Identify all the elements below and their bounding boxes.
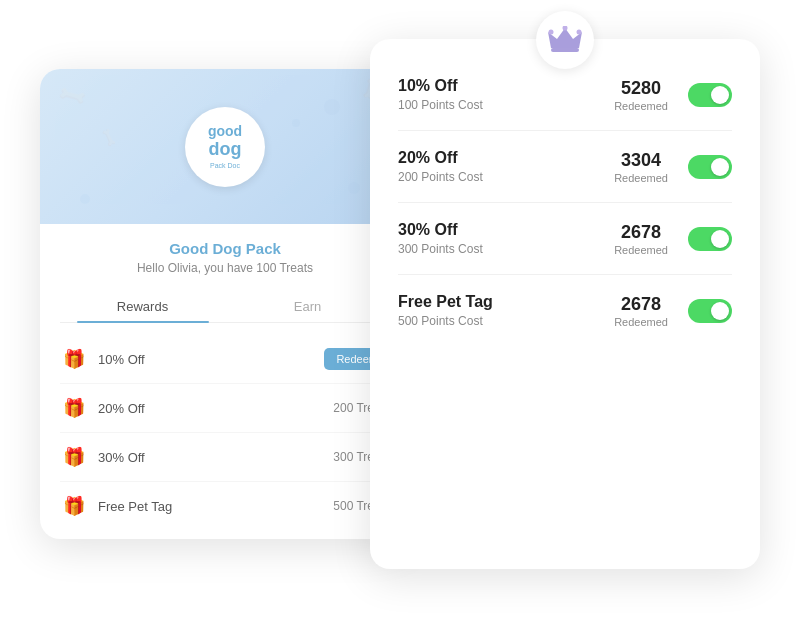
logo-circle: good dog Pack Doc <box>185 107 265 187</box>
scene: 🦴 🦴 🦴 good dog Pack Doc Good Dog Pack He… <box>40 39 760 599</box>
card-header: 🦴 🦴 🦴 good dog Pack Doc <box>40 69 410 224</box>
svg-point-1 <box>549 30 554 35</box>
gift-icon: 🎁 <box>60 492 88 520</box>
reward-title: Free Pet Tag <box>398 293 614 311</box>
card-body: Good Dog Pack Hello Olivia, you have 100… <box>40 224 410 539</box>
reward-title: 20% Off <box>398 149 614 167</box>
reward-title: 10% Off <box>398 77 614 95</box>
logo-tagline: Pack Doc <box>210 162 240 169</box>
toggle-switch[interactable] <box>688 155 732 179</box>
card-tabs: Rewards Earn <box>60 291 390 323</box>
reward-list: 🎁 10% Off Redeem 🎁 20% Off 200 Treats 🎁 … <box>60 335 390 530</box>
list-item: 🎁 20% Off 200 Treats <box>60 384 390 433</box>
reward-title: 30% Off <box>398 221 614 239</box>
reward-name: 10% Off <box>98 352 324 367</box>
svg-rect-0 <box>551 48 579 52</box>
tab-earn[interactable]: Earn <box>225 291 390 322</box>
count-num: 2678 <box>614 294 668 315</box>
gift-icon: 🎁 <box>60 394 88 422</box>
list-item: 🎁 10% Off Redeem <box>60 335 390 384</box>
reward-points: 300 Points Cost <box>398 242 614 256</box>
reward-points: 200 Points Cost <box>398 170 614 184</box>
reward-info: 10% Off 100 Points Cost <box>398 77 614 112</box>
reward-info: 20% Off 200 Points Cost <box>398 149 614 184</box>
reward-points: 500 Points Cost <box>398 314 614 328</box>
reward-points: 100 Points Cost <box>398 98 614 112</box>
svg-point-2 <box>577 30 582 35</box>
reward-row: 10% Off 100 Points Cost 5280 Redeemed <box>398 59 732 131</box>
brand-name: Good Dog Pack <box>60 240 390 257</box>
tab-rewards[interactable]: Rewards <box>60 291 225 322</box>
reward-row: 20% Off 200 Points Cost 3304 Redeemed <box>398 131 732 203</box>
list-item: 🎁 Free Pet Tag 500 Treats <box>60 482 390 530</box>
count-label: Redeemed <box>614 172 668 184</box>
list-item: 🎁 30% Off 300 Treats <box>60 433 390 482</box>
reward-name: Free Pet Tag <box>98 499 333 514</box>
toggle-switch[interactable] <box>688 83 732 107</box>
reward-count: 3304 Redeemed <box>614 150 668 184</box>
reward-row: 30% Off 300 Points Cost 2678 Redeemed <box>398 203 732 275</box>
gift-icon: 🎁 <box>60 443 88 471</box>
count-label: Redeemed <box>614 316 668 328</box>
reward-count: 2678 Redeemed <box>614 294 668 328</box>
greeting: Hello Olivia, you have 100 Treats <box>60 261 390 275</box>
reward-info: 30% Off 300 Points Cost <box>398 221 614 256</box>
svg-point-3 <box>563 26 568 31</box>
logo-good: good <box>208 124 242 139</box>
toggle-switch[interactable] <box>688 299 732 323</box>
logo-dog: dog <box>209 140 242 160</box>
crown-badge <box>536 11 594 69</box>
reward-row: Free Pet Tag 500 Points Cost 2678 Redeem… <box>398 275 732 346</box>
reward-name: 20% Off <box>98 401 333 416</box>
reward-count: 5280 Redeemed <box>614 78 668 112</box>
left-card: 🦴 🦴 🦴 good dog Pack Doc Good Dog Pack He… <box>40 69 410 539</box>
count-label: Redeemed <box>614 244 668 256</box>
toggle-switch[interactable] <box>688 227 732 251</box>
gift-icon: 🎁 <box>60 345 88 373</box>
count-num: 5280 <box>614 78 668 99</box>
right-card: 10% Off 100 Points Cost 5280 Redeemed 20… <box>370 39 760 569</box>
count-num: 2678 <box>614 222 668 243</box>
reward-name: 30% Off <box>98 450 333 465</box>
reward-info: Free Pet Tag 500 Points Cost <box>398 293 614 328</box>
reward-count: 2678 Redeemed <box>614 222 668 256</box>
count-num: 3304 <box>614 150 668 171</box>
count-label: Redeemed <box>614 100 668 112</box>
